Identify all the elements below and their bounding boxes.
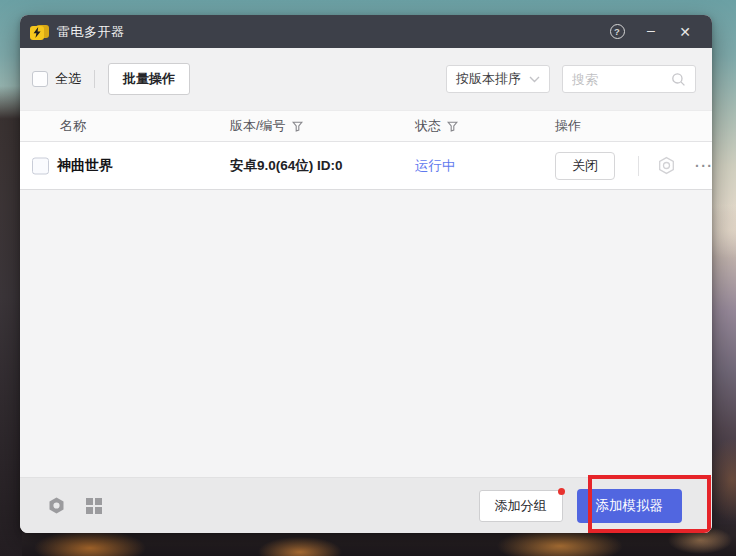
- header-version: 版本/编号: [230, 117, 303, 135]
- window-title: 雷电多开器: [57, 23, 125, 41]
- close-button[interactable]: ✕: [672, 19, 698, 45]
- header-status: 状态: [415, 117, 458, 135]
- row-actions: 关闭 ···: [555, 152, 712, 180]
- header-version-label: 版本/编号: [230, 117, 286, 135]
- grid-view-icon[interactable]: [86, 498, 102, 514]
- minimize-icon: –: [647, 22, 655, 38]
- titlebar: 雷电多开器 ? – ✕: [20, 15, 712, 48]
- lightning-bolt-icon: [32, 27, 42, 38]
- sort-dropdown[interactable]: 按版本排序: [446, 65, 550, 93]
- select-all-label: 全选: [55, 70, 81, 88]
- emulator-version: 安卓9.0(64位) ID:0: [230, 157, 343, 175]
- sort-dropdown-value: 按版本排序: [456, 70, 521, 88]
- batch-operations-button[interactable]: 批量操作: [108, 63, 190, 95]
- toolbar-divider: [94, 70, 95, 88]
- filter-icon[interactable]: [292, 121, 303, 132]
- minimize-button[interactable]: –: [638, 19, 664, 45]
- chevron-down-icon: [529, 76, 540, 83]
- empty-list-area: [20, 190, 712, 477]
- add-group-button[interactable]: 添加分组: [479, 490, 563, 522]
- search-input[interactable]: [572, 72, 671, 87]
- emulator-row: 神曲世界 安卓9.0(64位) ID:0 运行中 关闭 ···: [20, 142, 712, 190]
- row-checkbox[interactable]: [32, 157, 49, 174]
- settings-gear-icon[interactable]: [657, 156, 676, 175]
- add-emulator-button[interactable]: 添加模拟器: [577, 489, 683, 523]
- select-all-checkbox[interactable]: [32, 71, 48, 87]
- search-box: [562, 65, 696, 93]
- app-logo-icon: [30, 24, 49, 40]
- help-icon: ?: [610, 24, 625, 39]
- toolbar: 全选 批量操作 按版本排序: [20, 48, 712, 110]
- emulator-name: 神曲世界: [57, 157, 113, 175]
- header-name: 名称: [60, 117, 86, 135]
- header-actions: 操作: [555, 117, 581, 135]
- more-options-icon[interactable]: ···: [695, 159, 712, 173]
- ldplayer-manager-window: 雷电多开器 ? – ✕ 全选 批量操作 按版本排序: [20, 15, 712, 533]
- notification-dot: [558, 488, 565, 495]
- close-icon: ✕: [679, 24, 691, 40]
- add-group-label: 添加分组: [495, 498, 547, 513]
- actions-divider: [638, 156, 639, 176]
- filter-icon[interactable]: [447, 121, 458, 132]
- help-button[interactable]: ?: [604, 19, 630, 45]
- settings-nut-icon[interactable]: [47, 496, 66, 515]
- status-badge: 运行中: [415, 157, 456, 175]
- header-status-label: 状态: [415, 117, 441, 135]
- close-emulator-button[interactable]: 关闭: [555, 152, 615, 180]
- search-icon: [671, 72, 686, 87]
- table-header: 名称 版本/编号 状态 操作: [20, 110, 712, 142]
- footer-bar: 添加分组 添加模拟器: [20, 477, 712, 533]
